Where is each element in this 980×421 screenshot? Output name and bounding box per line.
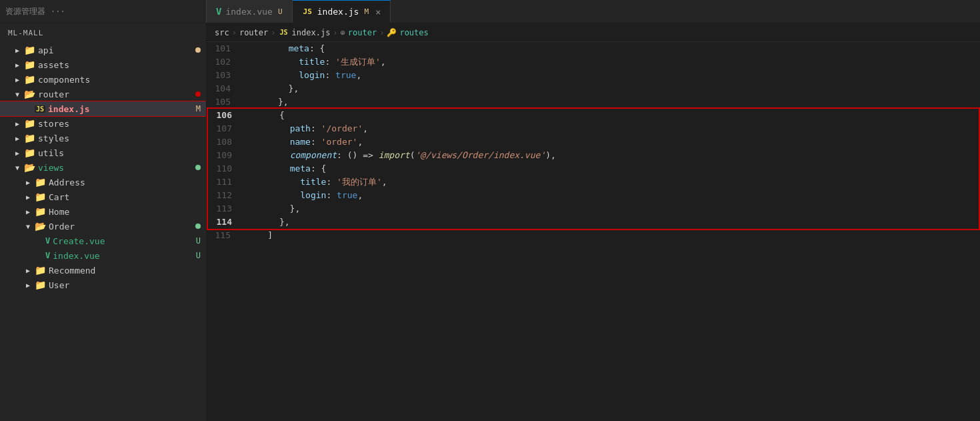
chevron-right-icon: ▶: [13, 120, 21, 127]
tab-label: index.js: [317, 7, 359, 17]
sidebar-item-label: assets: [38, 60, 206, 70]
explorer-label: 资源管理器: [5, 6, 45, 17]
chevron-down-icon: ▼: [13, 164, 21, 171]
bc-sep: ›: [379, 28, 384, 37]
line-content: name: 'order',: [243, 135, 979, 149]
status-badge: [195, 91, 201, 97]
line-number: 109: [211, 149, 243, 162]
sidebar-item-label: Recommend: [49, 266, 206, 276]
folder-icon: 📁: [35, 265, 46, 276]
line-number: 115: [209, 229, 241, 242]
line-content: title: '生成订单',: [241, 55, 980, 69]
line-content: login: true,: [241, 69, 980, 82]
folder-icon: 📁: [24, 74, 35, 85]
code-line-109: 109 component: () => import('@/views/Ord…: [208, 149, 979, 162]
line-number: 108: [211, 135, 243, 149]
folder-icon: 📁: [24, 59, 35, 70]
bc-router: router: [239, 28, 268, 37]
sidebar-item-utils[interactable]: ▶ 📁 utils: [0, 145, 206, 160]
line-number: 104: [209, 82, 241, 95]
folder-icon: 📁: [24, 147, 35, 158]
sidebar-item-label: User: [49, 280, 206, 290]
sidebar-item-router[interactable]: ▼ 📂 router: [0, 87, 206, 101]
line-number: 106: [211, 109, 243, 122]
sidebar-item-label: Home: [49, 207, 206, 217]
chevron-down-icon: ▼: [13, 91, 21, 98]
line-content: title: '我的订单',: [243, 175, 979, 189]
sidebar-item-recommend[interactable]: ▶ 📁 Recommend: [0, 263, 206, 278]
bc-sep: ›: [333, 28, 337, 37]
line-number: 110: [211, 162, 243, 175]
chevron-down-icon: ▼: [24, 223, 32, 230]
folder-icon: 📁: [35, 206, 46, 217]
untracked-badge: U: [196, 251, 201, 260]
code-editor[interactable]: 101 meta: { 102 title: '生成订单', 103 login…: [207, 42, 980, 421]
sidebar-item-index-js[interactable]: JS index.js M: [0, 101, 206, 116]
bc-sep: ›: [271, 28, 275, 37]
bc-routes-label: routes: [399, 28, 428, 37]
chevron-right-icon: ▶: [13, 76, 21, 83]
sidebar-item-create-vue[interactable]: V Create.vue U: [0, 234, 206, 248]
line-number: 113: [211, 202, 243, 216]
line-content: meta: {: [241, 42, 980, 55]
code-line-111: 111 title: '我的订单',: [208, 175, 979, 189]
sidebar-item-components[interactable]: ▶ 📁 components: [0, 72, 206, 87]
folder-open-icon: 📂: [24, 89, 35, 99]
sidebar-item-order[interactable]: ▼ 📂 Order: [0, 219, 206, 234]
sidebar-item-label: stores: [38, 119, 206, 129]
status-badge: [195, 47, 201, 53]
folder-open-icon: 📂: [35, 221, 46, 232]
more-icon[interactable]: ···: [51, 7, 65, 16]
close-icon[interactable]: ×: [375, 7, 381, 17]
line-content: meta: {: [243, 162, 979, 175]
sidebar-item-cart[interactable]: ▶ 📁 Cart: [0, 189, 206, 204]
line-content: },: [241, 95, 980, 109]
sidebar-item-label: styles: [38, 133, 206, 143]
highlighted-code-block: 106 { 107 path: '/order', 108 name: 'ord…: [208, 109, 979, 229]
code-line-105: 105 },: [207, 95, 980, 109]
modified-badge: M: [196, 104, 201, 113]
sidebar-item-views[interactable]: ▼ 📂 views: [0, 160, 206, 175]
tab-bar: 资源管理器 ··· V index.vue U JS index.js M ×: [0, 0, 980, 23]
bc-router-label: router: [348, 28, 377, 37]
line-content: },: [241, 82, 980, 95]
code-line-108: 108 name: 'order',: [208, 135, 979, 149]
sidebar-item-assets[interactable]: ▶ 📁 assets: [0, 57, 206, 72]
code-line-114: 114 },: [208, 216, 979, 229]
explorer-title-bar: 资源管理器 ···: [0, 0, 207, 23]
sidebar-item-user[interactable]: ▶ 📁 User: [0, 278, 206, 292]
bc-router-sym: ⊕: [341, 28, 345, 37]
tab-index-js[interactable]: JS index.js M ×: [293, 0, 391, 23]
code-line-110: 110 meta: {: [208, 162, 979, 175]
folder-icon: 📁: [24, 45, 35, 55]
chevron-right-icon: ▶: [24, 267, 32, 274]
tab-badge-m: M: [364, 7, 369, 16]
sidebar-item-home[interactable]: ▶ 📁 Home: [0, 204, 206, 219]
chevron-right-icon: ▶: [13, 149, 21, 157]
bc-sep: ›: [232, 28, 237, 37]
tab-index-vue[interactable]: V index.vue U: [207, 0, 293, 23]
chevron-right-icon: ▶: [24, 208, 32, 216]
sidebar-item-stores[interactable]: ▶ 📁 stores: [0, 116, 206, 131]
line-content: login: true,: [243, 189, 979, 202]
sidebar-item-address[interactable]: ▶ 📁 Address: [0, 175, 206, 189]
chevron-right-icon: ▶: [13, 61, 21, 69]
line-number: 111: [211, 175, 243, 189]
line-number: 103: [209, 69, 241, 82]
breadcrumb: src › router › JS index.js › ⊕ router › …: [207, 23, 980, 42]
line-number: 101: [209, 42, 241, 55]
sidebar-item-label: index.js: [48, 104, 193, 114]
line-content: },: [243, 202, 979, 216]
line-number: 107: [211, 122, 243, 135]
bc-src: src: [215, 28, 229, 37]
sidebar-item-label: Address: [49, 177, 206, 187]
sidebar-item-index-vue[interactable]: V index.vue U: [0, 248, 206, 263]
tabs-container: V index.vue U JS index.js M ×: [207, 0, 391, 23]
line-number: 102: [209, 55, 241, 69]
bc-js-icon: JS: [279, 29, 289, 36]
status-badge: [195, 165, 201, 170]
sidebar-item-styles[interactable]: ▶ 📁 styles: [0, 131, 206, 145]
sidebar-item-api[interactable]: ▶ 📁 api: [0, 43, 206, 57]
js-icon: JS: [302, 7, 313, 17]
code-line-115: 115 ]: [207, 229, 980, 242]
